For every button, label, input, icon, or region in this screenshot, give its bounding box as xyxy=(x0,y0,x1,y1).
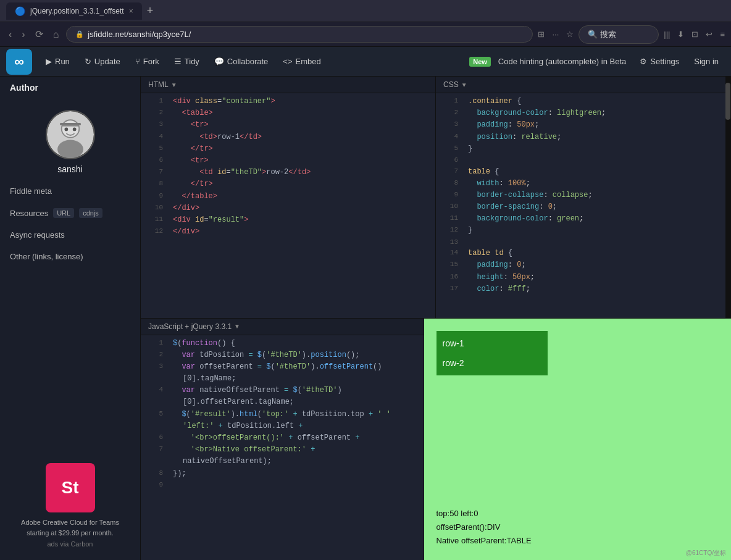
browser-titlebar: 🔵 jQuery.position_3.3.1_offsett × + xyxy=(0,0,731,22)
svg-point-2 xyxy=(57,140,83,159)
tab-title: jQuery.position_3.3.1_offsett xyxy=(30,7,124,15)
result-row-2: row-2 xyxy=(439,353,545,373)
code-line: 10 border-spacing: 0; xyxy=(436,201,730,213)
beta-text: Code hinting (autocomplete) in Beta xyxy=(493,57,631,66)
author-label: Author xyxy=(0,77,48,98)
embed-button[interactable]: <> Embed xyxy=(277,53,327,70)
browser-tab[interactable]: 🔵 jQuery.position_3.3.1_offsett × xyxy=(6,2,142,20)
js-panel-header[interactable]: JavaScript + jQuery 3.3.1 ▼ xyxy=(141,319,424,335)
tidy-label: Tidy xyxy=(185,57,199,66)
code-line: 12</div> xyxy=(141,226,435,238)
code-line: 13 xyxy=(436,237,730,248)
forward-button[interactable]: › xyxy=(19,27,27,43)
code-line: 11 background-color: green; xyxy=(436,213,730,225)
scrollbar-track[interactable] xyxy=(725,77,730,318)
bookmarks-icon[interactable]: ||| xyxy=(664,30,670,39)
code-line: 7 '<br>Native offsetParent:' + xyxy=(141,444,424,456)
code-line: 6 '<br>offsetParent():' + offsetParent + xyxy=(141,432,424,444)
code-line: 3 <tr> xyxy=(141,119,435,131)
fav-icon[interactable]: ☆ xyxy=(566,30,574,39)
code-line: 5 $('#result').html('top:' + tdPosition.… xyxy=(141,409,424,420)
back-button[interactable]: ‹ xyxy=(6,27,14,43)
code-line: 15 padding: 0; xyxy=(436,259,730,271)
sidebar-item-fiddle-meta[interactable]: Fiddle meta xyxy=(0,180,140,202)
code-line: 11<div id="result"> xyxy=(141,214,435,226)
svg-rect-4 xyxy=(62,125,78,127)
js-code-content[interactable]: 1$(function() { 2 var tdPosition = $('#t… xyxy=(141,335,424,561)
sidebar-item-other-links[interactable]: Other (links, license) xyxy=(0,246,140,267)
css-panel-title: CSS xyxy=(443,80,459,89)
settings-icon: ⚙ xyxy=(640,57,647,66)
run-label: Run xyxy=(55,57,70,66)
avatar xyxy=(46,110,95,159)
result-output: top:50 left:0 offsetParent():DIV Native … xyxy=(437,507,532,548)
code-line: 8 </tr> xyxy=(141,178,435,190)
ad-text: Adobe Creative Cloud for Teams starting … xyxy=(10,517,130,538)
code-line: 1.container { xyxy=(436,96,730,107)
signin-button[interactable]: Sign in xyxy=(688,53,725,70)
result-panel: row-1 row-2 top:50 left:0 offsetParent()… xyxy=(424,319,732,561)
menu-icon[interactable]: ≡ xyxy=(720,30,725,39)
update-label: Update xyxy=(94,57,120,66)
close-tab-button[interactable]: × xyxy=(129,7,133,15)
new-tab-button[interactable]: + xyxy=(147,4,154,17)
code-line: 17 color: #fff; xyxy=(436,283,730,295)
app-header: ∞ ▶ Run ↻ Update ⑂ Fork ☰ Tidy 💬 Collabo… xyxy=(0,47,731,77)
code-line: 8 width: 100%; xyxy=(436,178,730,190)
tidy-button[interactable]: ☰ Tidy xyxy=(168,53,206,70)
fork-button[interactable]: ⑂ Fork xyxy=(129,53,165,70)
extensions-icon[interactable]: ⊞ xyxy=(538,30,545,39)
resources-label: Resources xyxy=(10,209,48,218)
code-line: 5} xyxy=(436,143,730,155)
code-line: [0].tagName; xyxy=(141,373,424,385)
code-line: 1$(function() { xyxy=(141,338,424,349)
lock-icon: 🔒 xyxy=(75,30,84,38)
html-code-content[interactable]: 1<div class="container"> 2 <table> 3 <tr… xyxy=(141,93,435,318)
code-line: 9 border-collapse: collapse; xyxy=(436,190,730,201)
url-tag[interactable]: URL xyxy=(53,208,74,218)
embed-label: Embed xyxy=(296,57,321,66)
code-line: 4 var nativeOffsetParent = $('#theTD') xyxy=(141,385,424,396)
code-line: 9 xyxy=(141,480,424,491)
tab-icon: 🔵 xyxy=(15,6,25,16)
url-text: jsfiddle.net/sanshi/qp3yce7L/ xyxy=(88,30,191,39)
collaborate-button[interactable]: 💬 Collaborate xyxy=(208,53,275,70)
browser-addressbar: ‹ › ⟳ ⌂ 🔒 jsfiddle.net/sanshi/qp3yce7L/ … xyxy=(0,22,731,47)
run-button[interactable]: ▶ Run xyxy=(40,53,76,70)
main-container: Author sanshi Fiddle meta Resources xyxy=(0,77,731,560)
download-icon[interactable]: ⬇ xyxy=(677,30,684,39)
js-chevron-icon: ▼ xyxy=(234,323,240,330)
refresh-button[interactable]: ⟳ xyxy=(33,26,46,43)
bottom-panels: JavaScript + jQuery 3.3.1 ▼ 1$(function(… xyxy=(141,319,731,561)
sidebar-item-resources[interactable]: Resources URL cdnjs xyxy=(0,202,140,224)
cdnjs-tag[interactable]: cdnjs xyxy=(79,208,102,218)
code-line: 5 </tr> xyxy=(141,143,435,155)
css-panel-header[interactable]: CSS ▼ xyxy=(436,77,730,93)
search-box[interactable]: 🔍 搜索 xyxy=(579,25,659,44)
fork-icon: ⑂ xyxy=(135,57,140,66)
code-line: 2 <table> xyxy=(141,107,435,119)
layout-icon[interactable]: ⊡ xyxy=(691,30,698,39)
scrollbar-thumb[interactable] xyxy=(725,83,730,120)
html-panel-header[interactable]: HTML ▼ xyxy=(141,77,435,93)
back-history-icon[interactable]: ↩ xyxy=(706,30,712,39)
update-button[interactable]: ↻ Update xyxy=(78,53,127,70)
html-chevron-icon: ▼ xyxy=(171,81,177,88)
code-line: 4 position: relative; xyxy=(436,132,730,143)
settings-button[interactable]: ⚙ Settings xyxy=(633,53,685,70)
ad-logo[interactable]: St xyxy=(46,463,95,512)
home-button[interactable]: ⌂ xyxy=(51,27,62,43)
sidebar-item-async-requests[interactable]: Async requests xyxy=(0,224,140,246)
code-line: 2 background-color: lightgreen; xyxy=(436,107,730,119)
address-bar[interactable]: 🔒 jsfiddle.net/sanshi/qp3yce7L/ xyxy=(66,26,533,43)
code-line: 6 xyxy=(436,155,730,166)
ad-via: ads via Carbon xyxy=(10,540,130,548)
code-line: 6 <tr> xyxy=(141,155,435,167)
code-line: 3 var offsetParent = $('#theTD').offsetP… xyxy=(141,361,424,373)
css-code-content[interactable]: 1.container { 2 background-color: lightg… xyxy=(436,93,730,318)
more-icon[interactable]: ··· xyxy=(552,30,559,39)
code-line: 1<div class="container"> xyxy=(141,96,435,107)
collaborate-label: Collaborate xyxy=(227,57,269,66)
html-panel-title: HTML xyxy=(148,80,169,89)
code-line: 7 <td id="theTD">row-2</td> xyxy=(141,167,435,178)
